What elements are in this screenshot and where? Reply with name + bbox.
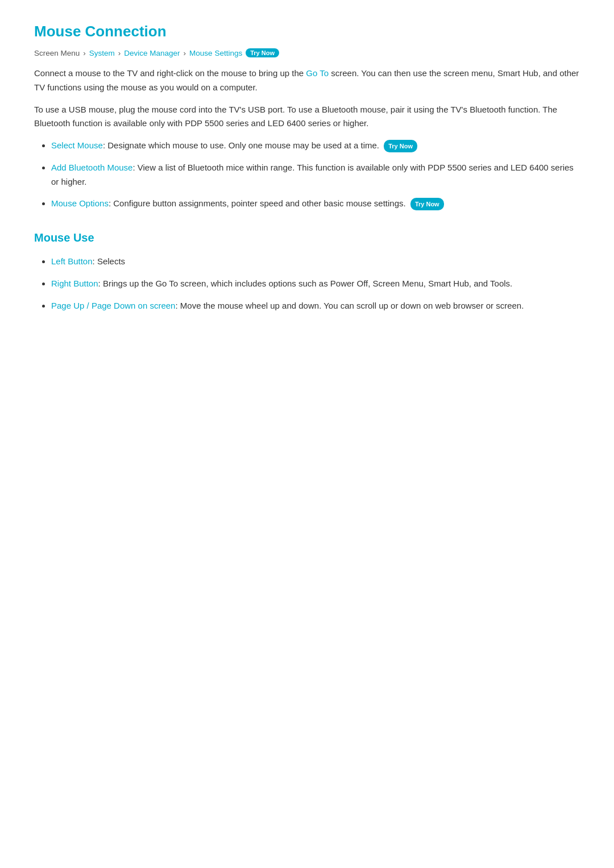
list-item-right-button: Right Button: Brings up the Go To screen… <box>51 277 580 291</box>
select-mouse-try-now[interactable]: Try Now <box>384 140 417 152</box>
mouse-use-section-title: Mouse Use <box>34 231 580 244</box>
breadcrumb-sep-2: › <box>118 49 121 57</box>
list-item-left-button: Left Button: Selects <box>51 255 580 269</box>
list-item-page-up-down: Page Up / Page Down on screen: Move the … <box>51 299 580 313</box>
feature-name-page-up-down: Page Up / Page Down on screen <box>51 301 175 310</box>
breadcrumb-try-now-badge[interactable]: Try Now <box>246 48 279 57</box>
breadcrumb-sep-3: › <box>184 49 186 57</box>
list-item-select-mouse: Select Mouse: Designate which mouse to u… <box>51 139 580 153</box>
go-to-link[interactable]: Go To <box>306 68 329 78</box>
list-item-add-bluetooth-mouse: Add Bluetooth Mouse: View a list of Blue… <box>51 161 580 189</box>
list-item-mouse-options: Mouse Options: Configure button assignme… <box>51 197 580 211</box>
feature-name-mouse-options[interactable]: Mouse Options <box>51 198 109 208</box>
feature-name-left-button: Left Button <box>51 256 93 266</box>
mouse-use-list: Left Button: Selects Right Button: Bring… <box>51 255 580 313</box>
breadcrumb-item-system[interactable]: System <box>89 49 115 57</box>
intro-paragraph-2: To use a USB mouse, plug the mouse cord … <box>34 103 580 131</box>
breadcrumb-item-screen-menu: Screen Menu <box>34 49 80 57</box>
breadcrumb: Screen Menu › System › Device Manager › … <box>34 48 580 57</box>
feature-name-add-bluetooth-mouse[interactable]: Add Bluetooth Mouse <box>51 163 132 172</box>
intro-paragraph-1: Connect a mouse to the TV and right-clic… <box>34 67 580 95</box>
breadcrumb-item-device-manager[interactable]: Device Manager <box>124 49 180 57</box>
feature-name-select-mouse[interactable]: Select Mouse <box>51 140 103 150</box>
breadcrumb-item-mouse-settings[interactable]: Mouse Settings <box>189 49 242 57</box>
feature-name-right-button: Right Button <box>51 279 98 288</box>
features-list: Select Mouse: Designate which mouse to u… <box>51 139 580 211</box>
breadcrumb-sep-1: › <box>83 49 86 57</box>
mouse-options-try-now[interactable]: Try Now <box>410 198 444 210</box>
page-title: Mouse Connection <box>34 23 580 40</box>
